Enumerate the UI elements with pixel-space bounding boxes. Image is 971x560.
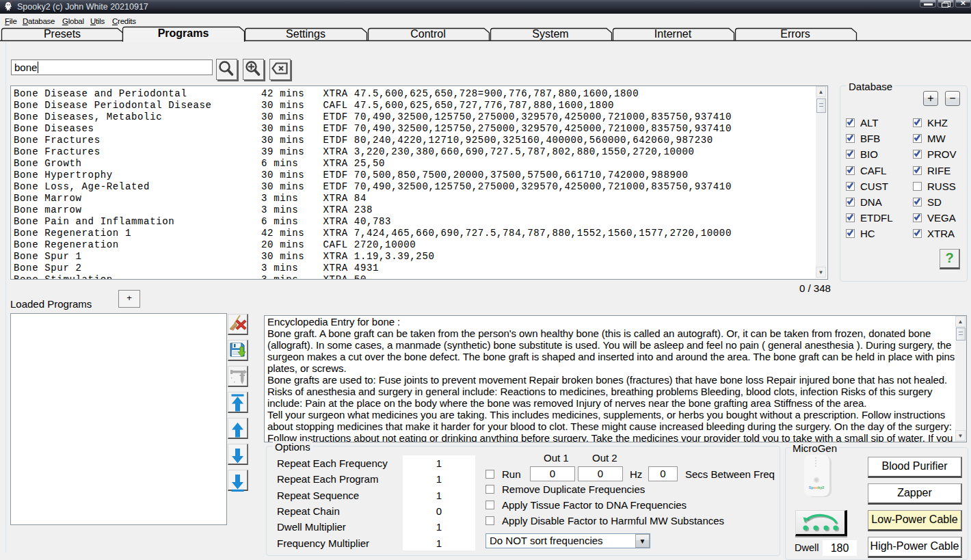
svg-text:Errors: Errors: [780, 28, 810, 40]
svg-text:Presets: Presets: [44, 28, 81, 40]
svg-text:Spooky2: Spooky2: [809, 485, 824, 490]
svg-text:Settings: Settings: [286, 28, 325, 40]
svg-text:System: System: [532, 28, 568, 40]
svg-text:Control: Control: [410, 28, 446, 40]
svg-text:Internet: Internet: [654, 28, 692, 40]
svg-text:Programs: Programs: [158, 27, 209, 39]
